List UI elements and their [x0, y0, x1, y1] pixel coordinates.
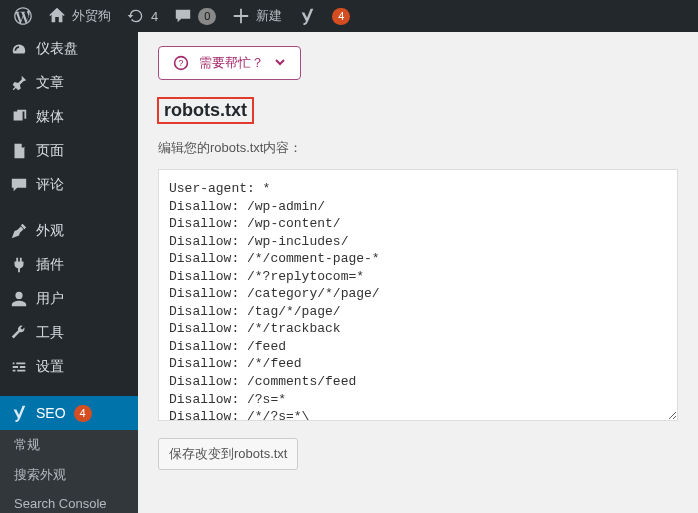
- home-icon: [48, 7, 66, 25]
- pin-icon: [10, 74, 28, 92]
- sidebar-item-comments[interactable]: 评论: [0, 168, 138, 202]
- robots-heading: robots.txt: [158, 98, 253, 123]
- yoast-alert[interactable]: 4: [324, 0, 358, 32]
- updates-count: 4: [151, 9, 158, 24]
- sidebar-sub-general[interactable]: 常规: [0, 430, 138, 460]
- comments-count: 0: [198, 8, 216, 25]
- sidebar-item-appearance[interactable]: 外观: [0, 214, 138, 248]
- help-icon: ?: [173, 55, 189, 71]
- help-label: 需要帮忙？: [199, 54, 264, 72]
- comments-link[interactable]: 0: [166, 0, 224, 32]
- chevron-down-icon: [274, 56, 286, 71]
- robots-textarea[interactable]: [158, 169, 678, 421]
- yoast-icon: [10, 404, 28, 422]
- help-button[interactable]: ? 需要帮忙？: [158, 46, 301, 80]
- plugin-icon: [10, 256, 28, 274]
- settings-icon: [10, 358, 28, 376]
- svg-text:?: ?: [179, 58, 184, 68]
- sidebar-item-posts[interactable]: 文章: [0, 66, 138, 100]
- sidebar-sub-search-console[interactable]: Search Console: [0, 490, 138, 513]
- sidebar-item-settings[interactable]: 设置: [0, 350, 138, 384]
- sidebar-item-seo[interactable]: SEO 4: [0, 396, 138, 430]
- pages-icon: [10, 142, 28, 160]
- wp-logo[interactable]: [6, 0, 40, 32]
- sidebar-item-users[interactable]: 用户: [0, 282, 138, 316]
- comments-icon: [174, 7, 192, 25]
- sidebar-item-plugins[interactable]: 插件: [0, 248, 138, 282]
- updates-link[interactable]: 4: [119, 0, 166, 32]
- site-name: 外贸狗: [72, 7, 111, 25]
- users-icon: [10, 290, 28, 308]
- sidebar-item-dashboard[interactable]: 仪表盘: [0, 32, 138, 66]
- admin-toolbar: 外贸狗 4 0 新建 4: [0, 0, 698, 32]
- admin-sidebar: 仪表盘 文章 媒体 页面 评论 外观 插件 用户: [0, 32, 138, 513]
- yoast-icon: [298, 7, 316, 25]
- media-icon: [10, 108, 28, 126]
- dashboard-icon: [10, 40, 28, 58]
- sidebar-sub-search-appearance[interactable]: 搜索外观: [0, 460, 138, 490]
- updates-icon: [127, 7, 145, 25]
- yoast-link[interactable]: [290, 0, 324, 32]
- sidebar-item-media[interactable]: 媒体: [0, 100, 138, 134]
- tools-icon: [10, 324, 28, 342]
- admin-wrap: 仪表盘 文章 媒体 页面 评论 外观 插件 用户: [0, 32, 698, 513]
- appearance-icon: [10, 222, 28, 240]
- content-area: ? 需要帮忙？ robots.txt 编辑您的robots.txt内容： 保存改…: [138, 32, 698, 513]
- new-content-link[interactable]: 新建: [224, 0, 290, 32]
- new-label: 新建: [256, 7, 282, 25]
- sidebar-item-tools[interactable]: 工具: [0, 316, 138, 350]
- wordpress-icon: [14, 7, 32, 25]
- alert-count: 4: [332, 8, 350, 25]
- comment-icon: [10, 176, 28, 194]
- save-robots-button[interactable]: 保存改变到robots.txt: [158, 438, 298, 470]
- seo-badge: 4: [74, 405, 92, 422]
- site-name-link[interactable]: 外贸狗: [40, 0, 119, 32]
- sidebar-item-pages[interactable]: 页面: [0, 134, 138, 168]
- sidebar-seo-submenu: 常规 搜索外观 Search Console 社会化 工具: [0, 430, 138, 513]
- plus-icon: [232, 7, 250, 25]
- robots-desc: 编辑您的robots.txt内容：: [158, 139, 678, 157]
